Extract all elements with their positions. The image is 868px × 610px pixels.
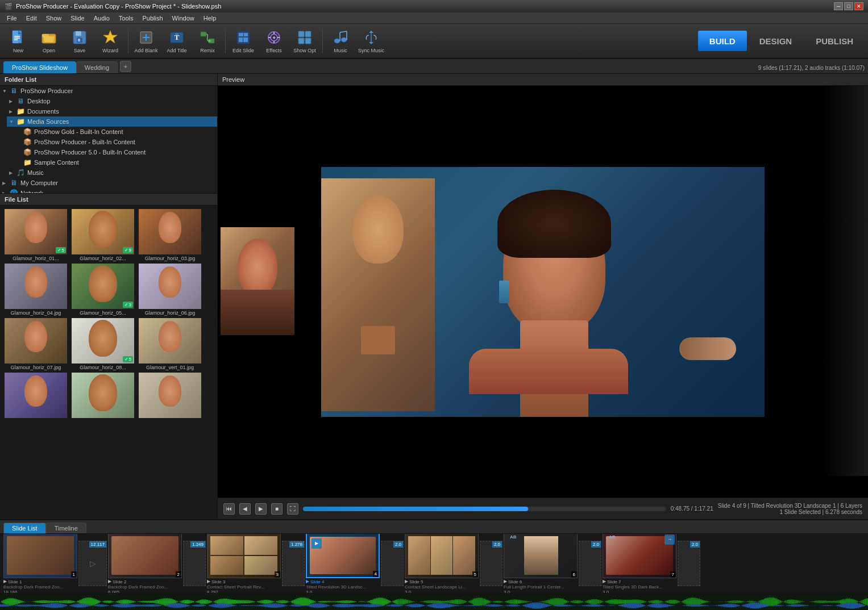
play-button[interactable]: ▶ [255,503,267,515]
svg-rect-594 [624,600,625,604]
tree-item-media-sources[interactable]: ▼ 📁 Media Sources [7,116,217,127]
slide-thumb-1[interactable]: 1 ▶ Slide 1 Backdrop Dark Framed Zoo... … [3,534,77,593]
tree-item-documents[interactable]: ▶ 📁 Documents [7,106,217,116]
menu-show[interactable]: Show [41,14,67,23]
file-thumb-03[interactable]: Glamour_horiz_03.jpg [136,208,203,262]
svg-rect-1215 [462,605,462,606]
menu-window[interactable]: Window [168,14,199,23]
transition-thumb-5[interactable]: 2.0 [480,541,502,586]
menu-publish[interactable]: Publish [138,14,168,23]
tree-item-proshow-producer[interactable]: ▼ 🖥 ProShow Producer [0,86,217,96]
tree-item-music[interactable]: ▶ 🎵 Music [7,168,217,178]
svg-rect-536 [558,598,559,605]
sync-music-button[interactable]: Sync Music [356,26,386,56]
edit-slide-button[interactable]: Edit Slide [229,26,258,56]
menu-slide[interactable]: Slide [66,14,89,23]
open-button[interactable]: Open [34,26,64,56]
tab-slide-list[interactable]: Slide List [3,523,46,533]
slide-play-4[interactable]: ▶ [306,579,309,584]
effects-button[interactable]: ✦ Effects [259,26,289,56]
transition-thumb-2[interactable]: 1.249 [183,541,206,586]
svg-rect-1000 [217,603,218,608]
tree-item-my-computer[interactable]: ▶ 🖥 My Computer [0,178,217,188]
new-button[interactable]: New [3,26,33,56]
tree-item-proshow-producer-50[interactable]: 📦 ProShow Producer 5.0 - Built-In Conten… [14,147,217,157]
tree-item-proshow-producer-builtin[interactable]: 📦 ProShow Producer - Built-In Content [14,137,217,147]
file-thumb-11[interactable] [69,371,136,420]
skip-start-button[interactable]: ⏮ [223,503,235,515]
transition-thumb-1[interactable]: ▷ 12.117 [78,541,107,586]
slide-play-7[interactable]: ▶ [603,579,606,584]
file-thumb-06[interactable]: Glamour_horiz_06.jpg [136,262,203,317]
file-thumb-04[interactable]: Glamour_horiz_04.jpg [2,262,69,317]
minimize-button[interactable]: ─ [834,2,843,10]
svg-rect-544 [567,601,568,603]
slide-play-5[interactable]: ▶ [405,579,408,584]
publish-mode-button[interactable]: PUBLISH [804,31,865,51]
svg-rect-1272 [526,604,527,607]
file-thumb-02[interactable]: ✓ 9 Glamour_horiz_02... [69,208,136,262]
tab-timeline[interactable]: Timeline [46,523,86,533]
svg-rect-835 [30,605,30,607]
close-button[interactable]: ✕ [854,2,863,10]
svg-rect-781 [837,601,837,603]
tree-item-proshow-gold[interactable]: 📦 ProShow Gold - Built-In Content [14,127,217,137]
add-tab-button[interactable]: + [120,61,131,72]
slide-thumb-5[interactable]: 5 ▶ Slide 5 Contact Sheet Landscape Li..… [405,534,479,593]
save-button[interactable]: Save [65,26,94,56]
menu-help[interactable]: Help [199,14,221,23]
svg-rect-899 [102,604,103,607]
file-thumb-10[interactable] [2,371,69,420]
svg-rect-1259 [512,605,512,607]
menu-edit[interactable]: Edit [22,14,41,23]
transition-thumb-4[interactable]: 2.0 [381,541,404,586]
slide-thumb-7[interactable]: AB 7 → ▶ Slide 7 Tilted Singles 3D Dark … [603,534,676,593]
slide-thumb-6[interactable]: AB 6 ▶ Slide 6 Full Length Portrait 1 Ce… [504,534,578,593]
show-opt-button[interactable]: Show Opt [290,26,319,56]
svg-rect-201 [177,601,178,603]
file-thumb-05[interactable]: ✓ 3 Glamour_horiz_05... [69,262,136,317]
file-thumb-12[interactable] [136,371,203,420]
add-title-button[interactable]: T Add Title [162,26,192,56]
slide-play-3[interactable]: ▶ [207,579,210,584]
tab-wedding[interactable]: Wedding [76,61,118,73]
slide-strip[interactable]: 1 ▶ Slide 1 Backdrop Dark Framed Zoo... … [0,534,868,593]
menu-tools[interactable]: Tools [114,14,138,23]
tree-item-network[interactable]: ▶ 🌐 Network [0,188,217,194]
transition-thumb-3[interactable]: 1.278 [282,541,305,586]
svg-rect-54 [10,598,11,605]
remix-button[interactable]: Remix [193,26,222,56]
design-mode-button[interactable]: DESIGN [748,31,804,51]
build-mode-button[interactable]: BUILD [698,31,747,51]
file-thumb-08[interactable]: ✓ 5 Glamour_horiz_08... [69,317,136,371]
fullscreen-button[interactable]: ⛶ [287,503,298,515]
slide-play-1[interactable]: ▶ [3,579,7,584]
transition-thumb-7[interactable]: 2.0 [678,541,700,586]
menu-file[interactable]: File [2,14,22,23]
stop-button[interactable]: ■ [271,503,283,515]
slide-thumb-4[interactable]: ▶ 4 ▶ Slide 4 Tilted Revolution 3D Lands… [306,534,380,593]
svg-rect-646 [683,600,684,603]
music-button[interactable]: Music [326,26,355,56]
transition-thumb-6[interactable]: 2.0 [579,541,601,586]
add-blank-button[interactable]: Add Blank [131,26,161,56]
svg-rect-947 [157,605,157,607]
slide-thumb-3[interactable]: 3 ▶ Slide 3 Contact Sheet Portrait Rev..… [207,534,281,593]
maximize-button[interactable]: □ [844,2,853,10]
slide-play-2[interactable]: ▶ [108,579,111,584]
file-thumb-07[interactable]: Glamour_horiz_07.jpg [2,317,69,371]
file-thumb-09[interactable]: Glamour_vert_01.jpg [136,317,203,371]
svg-rect-1245 [496,604,496,607]
wizard-button[interactable]: Wizard [95,26,125,56]
slide-play-6[interactable]: ▶ [504,579,507,584]
menu-audio[interactable]: Audio [89,14,114,23]
file-thumb-01[interactable]: ✓ 5 Glamour_horiz_01... [2,208,69,262]
tab-proshow-slideshow[interactable]: ProShow Slideshow [3,61,76,73]
tree-item-sample-content[interactable]: 📁 Sample Content [14,157,217,168]
prev-frame-button[interactable]: ◀ [239,503,251,515]
progress-bar[interactable] [303,507,666,511]
tree-item-desktop[interactable]: ▶ 🖥 Desktop [7,96,217,106]
slide-thumb-2[interactable]: 2 ▶ Slide 2 Backdrop Dark Framed Zoo... … [108,534,182,593]
svg-rect-823 [16,605,16,607]
svg-rect-1141 [377,604,378,607]
